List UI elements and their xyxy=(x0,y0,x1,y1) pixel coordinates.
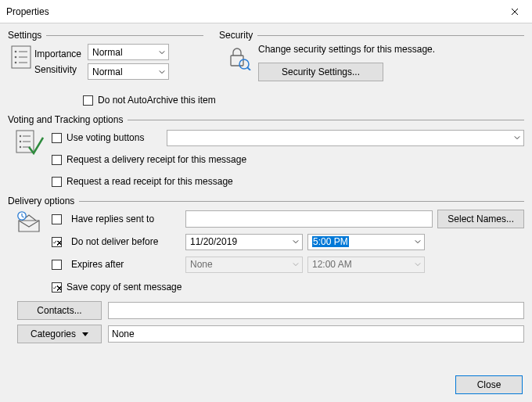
close-button[interactable]: Close xyxy=(455,375,523,394)
use-voting-label: Use voting buttons xyxy=(66,132,167,143)
voting-heading: Voting and Tracking options xyxy=(8,114,524,125)
do-not-deliver-date-combo[interactable]: 11/20/2019 xyxy=(185,234,303,250)
delivery-icon xyxy=(8,210,52,296)
do-not-deliver-label: Do not deliver before xyxy=(71,236,181,247)
importance-combo[interactable]: Normal xyxy=(88,44,169,60)
voting-buttons-combo[interactable] xyxy=(167,130,524,146)
svg-point-11 xyxy=(20,135,21,137)
chevron-down-icon xyxy=(155,45,168,59)
have-replies-input[interactable] xyxy=(185,210,433,228)
chevron-down-icon xyxy=(289,257,302,272)
have-replies-checkbox[interactable] xyxy=(52,214,62,224)
read-receipt-label: Request a read receipt for this message xyxy=(66,176,233,187)
sensitivity-combo[interactable]: Normal xyxy=(88,63,169,80)
autoarchive-row: Do not AutoArchive this item xyxy=(83,91,524,109)
svg-point-15 xyxy=(20,146,21,148)
delivery-receipt-label: Request a delivery receipt for this mess… xyxy=(66,154,246,165)
svg-line-9 xyxy=(247,67,250,70)
have-replies-label: Have replies sent to xyxy=(71,214,181,224)
expires-date-combo: None xyxy=(185,257,303,273)
chevron-down-icon xyxy=(155,64,168,79)
sensitivity-label: Sensitivity xyxy=(34,64,81,75)
autoarchive-checkbox[interactable] xyxy=(83,95,93,106)
settings-group: Settings Importance Sensitivity Norma xyxy=(8,30,203,81)
save-copy-checkbox[interactable] xyxy=(52,282,62,293)
settings-heading: Settings xyxy=(8,30,203,41)
expires-label: Expires after xyxy=(71,259,181,270)
contacts-button[interactable]: Contacts... xyxy=(17,301,102,320)
do-not-deliver-time-combo[interactable]: 5:00 PM xyxy=(307,234,425,250)
select-names-button[interactable]: Select Names... xyxy=(437,210,524,228)
voting-icon xyxy=(8,128,52,191)
voting-group: Voting and Tracking options Use voting b… xyxy=(8,114,524,191)
contacts-input[interactable] xyxy=(108,302,524,319)
security-description: Change security settings for this messag… xyxy=(258,44,524,55)
security-heading: Security xyxy=(219,30,524,41)
delivery-heading: Delivery options xyxy=(8,196,524,206)
categories-button[interactable]: Categories xyxy=(17,325,102,343)
close-icon xyxy=(511,8,519,16)
svg-point-1 xyxy=(15,51,17,53)
autoarchive-label: Do not AutoArchive this item xyxy=(98,95,216,106)
categories-input[interactable]: None xyxy=(108,325,524,343)
save-copy-label: Save copy of sent message xyxy=(66,282,182,293)
security-settings-button[interactable]: Security Settings... xyxy=(258,63,383,81)
chevron-down-icon xyxy=(82,332,88,336)
security-group: Security Change security settings for th… xyxy=(219,30,524,81)
chevron-down-icon xyxy=(411,235,424,249)
chevron-down-icon xyxy=(289,235,302,249)
svg-point-3 xyxy=(15,56,17,59)
expires-time-combo: 12:00 AM xyxy=(307,257,425,273)
title-bar: Properties xyxy=(0,0,532,23)
security-icon xyxy=(219,44,258,81)
window-close-button[interactable] xyxy=(497,0,532,23)
importance-label: Importance xyxy=(34,48,81,59)
properties-icon xyxy=(8,44,34,80)
delivery-receipt-checkbox[interactable] xyxy=(52,155,62,165)
svg-point-5 xyxy=(15,62,17,64)
read-receipt-checkbox[interactable] xyxy=(52,177,62,187)
chevron-down-icon xyxy=(510,131,523,145)
window-title: Properties xyxy=(6,6,49,17)
expires-checkbox[interactable] xyxy=(52,260,62,270)
delivery-group: Delivery options Have replies sent to S xyxy=(8,196,524,343)
chevron-down-icon xyxy=(411,257,424,272)
svg-point-13 xyxy=(20,141,21,142)
use-voting-checkbox[interactable] xyxy=(52,133,62,143)
do-not-deliver-checkbox[interactable] xyxy=(52,237,62,247)
